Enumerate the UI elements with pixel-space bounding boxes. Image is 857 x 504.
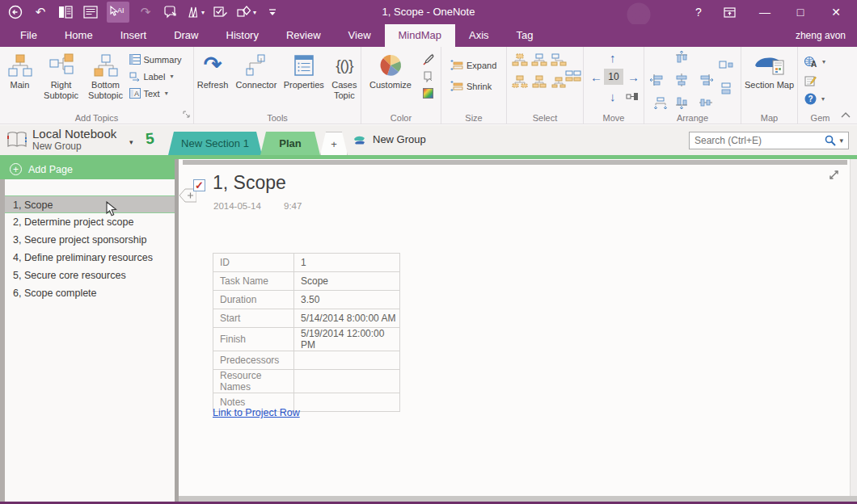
connector-button[interactable]: Connector bbox=[233, 49, 280, 100]
full-page-view-icon[interactable] bbox=[828, 169, 840, 183]
docked-window-icon[interactable] bbox=[57, 2, 74, 23]
tab-draw[interactable]: Draw bbox=[160, 24, 212, 47]
format-painter-icon[interactable] bbox=[422, 69, 433, 83]
label-button[interactable]: Label ▾ bbox=[129, 69, 192, 83]
customize-color-button[interactable]: Customize bbox=[365, 49, 416, 100]
align-top-icon[interactable] bbox=[673, 50, 690, 67]
sync-back-icon[interactable]: 5 bbox=[145, 130, 155, 149]
shapes-dropdown-icon[interactable]: ▾ bbox=[253, 9, 256, 16]
tab-review[interactable]: Review bbox=[272, 24, 335, 47]
move-step-value[interactable]: 10 bbox=[604, 69, 623, 85]
align-middle-icon[interactable] bbox=[698, 95, 714, 112]
eyedropper-icon[interactable] bbox=[422, 52, 434, 66]
align-bottom-icon[interactable] bbox=[673, 95, 690, 112]
page-item-4[interactable]: 4, Define preliminary resources bbox=[5, 249, 175, 267]
search-scope-dropdown-icon[interactable]: ▾ bbox=[836, 136, 848, 145]
page-item-1-scope[interactable]: 1, Scope bbox=[5, 195, 175, 213]
tab-file[interactable]: File bbox=[6, 24, 51, 47]
select-subtree-icon[interactable] bbox=[551, 53, 568, 69]
project-row-link[interactable]: Link to Project Row bbox=[213, 407, 300, 418]
vertical-scrollbar[interactable] bbox=[850, 159, 857, 496]
align-left-icon[interactable] bbox=[649, 73, 665, 90]
text-button[interactable]: A Text ▾ bbox=[129, 86, 192, 100]
text-dropdown-icon[interactable]: ▾ bbox=[165, 90, 168, 97]
ai-select-tool-icon[interactable]: AI bbox=[107, 2, 129, 23]
cases-topic-button[interactable]: {()} Cases Topic bbox=[328, 49, 361, 100]
todo-checkbox[interactable]: ✓ bbox=[193, 179, 205, 191]
expand-button[interactable]: Expand bbox=[450, 58, 496, 72]
tab-insert[interactable]: Insert bbox=[107, 24, 161, 47]
notebook-dropdown-icon[interactable]: ▾ bbox=[129, 138, 133, 146]
add-page-button[interactable]: + Add Page bbox=[0, 159, 175, 179]
summary-button[interactable]: Summary bbox=[129, 52, 192, 66]
section-map-button[interactable]: Section Map bbox=[744, 49, 796, 90]
tab-view[interactable]: View bbox=[335, 24, 385, 47]
language-button[interactable]: A ▾ bbox=[804, 55, 825, 69]
help-icon[interactable]: ? bbox=[687, 2, 710, 23]
shapes-icon[interactable]: ▾ bbox=[237, 2, 256, 23]
tab-tag[interactable]: Tag bbox=[503, 24, 547, 47]
same-width-icon[interactable] bbox=[719, 58, 735, 74]
ribbon-display-options-icon[interactable] bbox=[713, 2, 745, 23]
label-dropdown-icon[interactable]: ▾ bbox=[170, 73, 173, 80]
page-item-3[interactable]: 3, Secure project sponsorship bbox=[5, 231, 175, 249]
undo-icon[interactable]: ↶ bbox=[32, 2, 49, 23]
add-topics-dialog-launcher-icon[interactable] bbox=[183, 110, 191, 121]
pens-dropdown-icon[interactable]: ▾ bbox=[201, 9, 205, 16]
pens-icon[interactable]: ▾ bbox=[187, 2, 205, 23]
move-right-icon[interactable]: → bbox=[627, 71, 640, 83]
bottom-subtopic-button[interactable]: Bottom Subtopic bbox=[84, 49, 128, 100]
move-down-icon[interactable]: ↓ bbox=[610, 90, 616, 103]
page-title[interactable]: 1, Scope bbox=[213, 172, 286, 194]
page-item-2[interactable]: 2, Determine project scope bbox=[5, 213, 175, 231]
same-height-icon[interactable] bbox=[719, 82, 735, 98]
properties-button[interactable]: Properties bbox=[281, 49, 327, 100]
screen-clipping-icon[interactable] bbox=[162, 2, 179, 23]
outline-view-icon[interactable] bbox=[82, 2, 99, 23]
tab-axis[interactable]: Axis bbox=[455, 24, 503, 47]
align-right-icon[interactable] bbox=[698, 73, 714, 90]
maximize-button[interactable]: □ bbox=[784, 2, 817, 23]
notebook-subtitle[interactable]: New Group bbox=[32, 141, 82, 152]
tab-history[interactable]: History bbox=[213, 24, 272, 47]
redo-icon[interactable]: ↷ bbox=[137, 2, 154, 23]
todo-tag-icon[interactable] bbox=[212, 2, 230, 23]
search-icon[interactable] bbox=[825, 135, 836, 146]
feedback-button[interactable] bbox=[804, 74, 825, 87]
select-topic-pair-icon[interactable] bbox=[565, 69, 581, 85]
main-topic-button[interactable]: Main bbox=[2, 49, 39, 100]
gem-help-dropdown-icon[interactable]: ▾ bbox=[821, 95, 825, 103]
gem-help-button[interactable]: ? ▾ bbox=[804, 92, 825, 106]
select-all-topics-icon[interactable] bbox=[512, 53, 530, 69]
shrink-button[interactable]: Shrink bbox=[450, 79, 496, 93]
page-item-5[interactable]: 5, Secure core resources bbox=[5, 267, 175, 284]
section-group-icon bbox=[353, 134, 367, 145]
refresh-button[interactable]: ↷ Refresh bbox=[194, 49, 231, 100]
section-tab-plan[interactable]: Plan bbox=[260, 132, 320, 155]
section-group-new-group[interactable]: New Group bbox=[353, 133, 426, 145]
select-level-icon[interactable] bbox=[531, 75, 549, 90]
align-center-icon[interactable] bbox=[673, 73, 690, 90]
collapse-ribbon-icon[interactable] bbox=[841, 109, 851, 120]
tab-home[interactable]: Home bbox=[51, 24, 107, 47]
tab-mindmap[interactable]: MindMap bbox=[385, 24, 455, 47]
section-tab-new-section-1[interactable]: New Section 1 bbox=[168, 132, 262, 155]
right-subtopic-button[interactable]: Right Subtopic bbox=[40, 49, 82, 100]
move-to-icon[interactable] bbox=[626, 92, 639, 103]
minimize-button[interactable]: — bbox=[749, 2, 781, 23]
select-siblings-icon[interactable] bbox=[512, 75, 530, 90]
close-button[interactable]: ✕ bbox=[820, 2, 852, 23]
signed-in-user[interactable]: zheng avon bbox=[796, 24, 846, 47]
new-section-tab-button[interactable]: + bbox=[320, 132, 348, 155]
horizontal-scrollbar[interactable] bbox=[179, 496, 857, 502]
language-dropdown-icon[interactable]: ▾ bbox=[822, 58, 825, 65]
notebook-title[interactable]: Local Notebook bbox=[32, 127, 116, 141]
palette-icon[interactable] bbox=[423, 86, 433, 100]
select-children-icon[interactable] bbox=[531, 53, 549, 69]
move-left-icon[interactable]: ← bbox=[590, 71, 602, 83]
search-input[interactable] bbox=[690, 135, 825, 146]
page-item-6[interactable]: 6, Scope complete bbox=[5, 284, 175, 302]
move-up-icon[interactable]: ↑ bbox=[610, 52, 616, 64]
back-icon[interactable] bbox=[6, 2, 24, 23]
distribute-horizontal-icon[interactable] bbox=[652, 97, 669, 112]
